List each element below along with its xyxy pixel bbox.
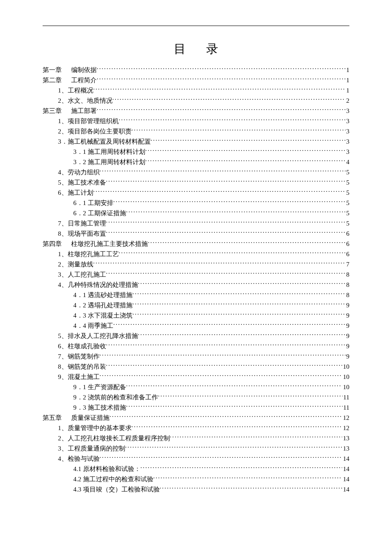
toc-entry-page: 6 [346, 228, 350, 239]
toc-entry: 6．1 工期安排5 [43, 198, 349, 208]
page-title: 目录 [43, 41, 349, 57]
toc-leader-dots [100, 352, 346, 358]
toc-entry: 4、检验与试验14 [43, 454, 349, 464]
toc-entry: 3．2 施工用周转材料计划4 [43, 157, 349, 167]
toc-entry-page: 9 [346, 331, 350, 341]
toc-entry: 4．3 水下混凝土浇筑9 [43, 310, 349, 321]
toc-entry: 2、水文、地质情况2 [43, 95, 349, 106]
toc-leader-dots [126, 383, 342, 389]
toc-leader-dots [97, 76, 346, 82]
toc-entry-page: 5 [346, 208, 350, 218]
toc-leader-dots [133, 301, 346, 307]
toc-leader-dots [113, 321, 346, 328]
toc-entry-label: 3．1 施工用周转材料计划 [73, 147, 145, 157]
toc-leader-dots [145, 158, 346, 164]
toc-entry-page: 11 [343, 402, 349, 413]
toc-entry-label: 3、工程质量通病的控制 [58, 443, 125, 454]
toc-entry-text: 工程简介 [71, 77, 97, 84]
toc-leader-dots [106, 362, 343, 369]
toc-entry-label: 4．1 遇流砂处理措施 [73, 290, 133, 300]
toc-entry-page: 14 [342, 454, 349, 464]
toc-entry-page: 3 [346, 126, 350, 136]
toc-entry-page: 5 [346, 198, 350, 208]
toc-leader-dots [145, 147, 346, 154]
toc-entry-page: 8 [346, 269, 350, 280]
toc-entry-page: 12 [342, 423, 349, 433]
toc-entry-label: 第三章施工部署 [43, 106, 97, 116]
toc-entry-label: 6、施工计划 [58, 188, 93, 198]
toc-entry-page: 14 [342, 464, 349, 474]
toc-entry: 7、日常施工管理5 [43, 218, 349, 228]
toc-entry-label: 第四章柱墩挖孔施工主要技术措施 [43, 239, 148, 249]
toc-entry-page: 7 [346, 259, 350, 269]
toc-entry: 6．2 工期保证措施5 [43, 208, 349, 218]
toc-entry: 3．施工机械配置及周转材料配置3 [43, 136, 349, 147]
toc-leader-dots [106, 342, 346, 348]
toc-entry: 1、柱墩挖孔施工工艺6 [43, 249, 349, 259]
toc-entry-page: 10 [342, 361, 349, 372]
toc-entry: 9．3 施工技术措施11 [43, 402, 349, 413]
toc-entry-label: 9．3 施工技术措施 [73, 402, 126, 413]
toc-entry-label: 2、人工挖孔柱墩接长工程质量程序控制 [58, 433, 170, 443]
toc-entry-label: 4．3 水下混凝土浇筑 [73, 310, 133, 321]
toc-entry-page: 3 [346, 106, 350, 116]
toc-entry-text: 编制依据 [71, 66, 97, 73]
toc-entry: 5、施工技术准备5 [43, 177, 349, 188]
toc-leader-dots [119, 117, 346, 123]
toc-entry-page: 1 [346, 85, 350, 95]
toc-entry: 1、工程概况1 [43, 85, 349, 95]
toc-leader-dots [141, 465, 343, 471]
toc-leader-dots [100, 373, 343, 379]
toc-leader-dots [133, 291, 346, 297]
toc-entry: 5、排水及人工挖孔降水措施9 [43, 331, 349, 341]
toc-entry: 4.1 原材料检验和试验：14 [43, 464, 349, 474]
toc-leader-dots [97, 107, 346, 113]
toc-entry-page: 13 [342, 443, 349, 454]
toc-entry-label: 3、人工挖孔施工 [58, 269, 106, 280]
toc-entry-page: 3 [346, 147, 350, 157]
toc-leader-dots [153, 475, 343, 481]
toc-entry: 第五章质量保证措施12 [43, 413, 349, 423]
toc-entry-label: 5、排水及人工挖孔降水措施 [58, 331, 138, 341]
toc-entry-text: 施工部署 [71, 107, 97, 114]
toc-leader-dots [119, 250, 346, 256]
toc-leader-dots [132, 127, 346, 133]
toc-entry-label: 3．2 施工用周转材料计划 [73, 157, 145, 167]
toc-entry-label: 8、现场平面布置 [58, 228, 106, 239]
toc-entry-page: 1 [346, 65, 350, 75]
toc-leader-dots [93, 188, 346, 195]
toc-leader-dots [93, 260, 346, 266]
toc-entry: 2、测量放线7 [43, 259, 349, 269]
toc-entry-page: 6 [346, 239, 350, 249]
toc-entry: 2、人工挖孔柱墩接长工程质量程序控制13 [43, 433, 349, 443]
toc-leader-dots [106, 219, 346, 225]
toc-entry: 第四章柱墩挖孔施工主要技术措施6 [43, 239, 349, 249]
toc-entry-label: 7、日常施工管理 [58, 218, 106, 228]
toc-entry-label: 3．施工机械配置及周转材料配置 [58, 136, 151, 147]
toc-entry: 9．2 浇筑前的检查和准备工作11 [43, 392, 349, 402]
toc-leader-dots [106, 229, 346, 236]
toc-entry: 3．1 施工用周转材料计划3 [43, 147, 349, 157]
toc-entry-label: 第五章质量保证措施 [43, 413, 110, 423]
toc-entry-label: 4.2 施工过程中的检查和试验 [73, 474, 153, 484]
toc-leader-dots [158, 393, 343, 399]
toc-entry-page: 9 [346, 310, 350, 321]
toc-entry-label: 6．1 工期安排 [73, 198, 113, 208]
toc-entry-page: 2 [346, 95, 350, 106]
toc-leader-dots [138, 332, 346, 338]
toc-entry: 第一章编制依据1 [43, 65, 349, 75]
toc-entry: 7、钢筋笼制作9 [43, 351, 349, 361]
toc-entry-label: 9．1 生产资源配备 [73, 382, 126, 392]
toc-entry: 第二章工程简介1 [43, 75, 349, 85]
toc-entry-page: 6 [346, 249, 350, 259]
toc-entry-label: 2、水文、地质情况 [58, 95, 112, 106]
toc-leader-dots [113, 199, 346, 205]
toc-entry: 8、现场平面布置6 [43, 228, 349, 239]
toc-entry: 9、混凝土施工10 [43, 372, 349, 382]
toc-entry-page: 9 [346, 351, 350, 361]
toc-entry-label: 1、工程概况 [58, 85, 93, 95]
table-of-contents: 第一章编制依据1第二章工程简介11、工程概况12、水文、地质情况2第三章施工部署… [43, 65, 349, 494]
toc-entry-page: 5 [346, 218, 350, 228]
toc-entry: 9．1 生产资源配备10 [43, 382, 349, 392]
toc-entry-label: 6、柱墩成孔验收 [58, 341, 106, 351]
